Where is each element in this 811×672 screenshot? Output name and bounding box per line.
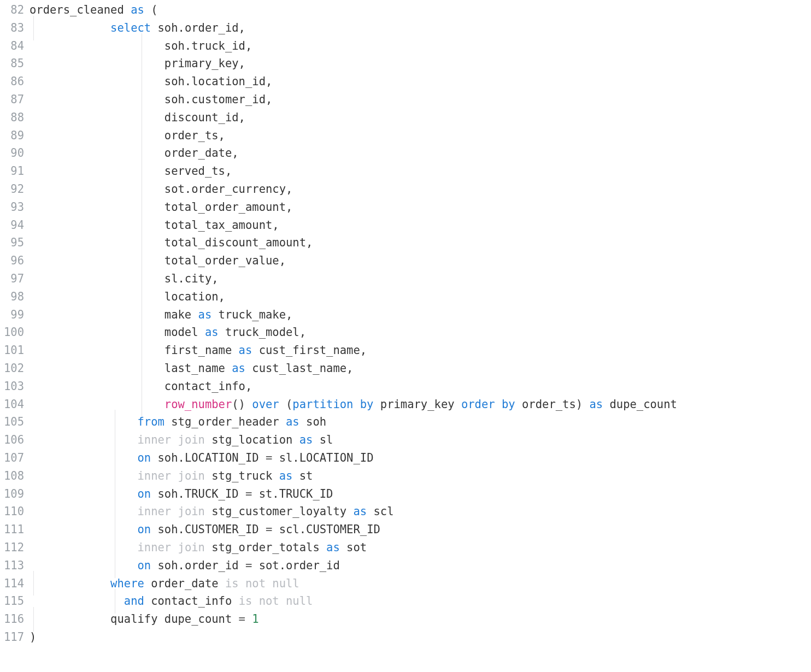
code-line[interactable]: inner join stg_order_totals as sot [30, 539, 811, 557]
code-line[interactable]: discount_id, [30, 109, 811, 127]
code-line[interactable]: ) [30, 628, 811, 646]
code-line[interactable]: orders_cleaned as ( [30, 1, 811, 19]
code-line[interactable]: qualify dupe_count = 1 [30, 610, 811, 628]
indent [30, 19, 110, 37]
token: sot.order_currency, [164, 182, 293, 196]
indent [30, 127, 164, 145]
token: sot [340, 541, 367, 554]
code-line[interactable]: model as truck_model, [30, 323, 811, 341]
code-line[interactable]: on soh.LOCATION_ID = sl.LOCATION_ID [30, 449, 811, 467]
code-line[interactable]: on soh.CUSTOMER_ID = scl.CUSTOMER_ID [30, 521, 811, 539]
token: discount_id, [164, 111, 245, 124]
token: dupe_count [603, 398, 677, 411]
line-number: 116 [0, 610, 24, 628]
code-line[interactable]: make as truck_make, [30, 306, 811, 324]
line-number: 96 [0, 252, 24, 270]
token: is not null [225, 577, 299, 590]
indent [30, 449, 137, 467]
token: as [589, 398, 603, 411]
line-number: 110 [0, 503, 24, 521]
code-line[interactable]: first_name as cust_first_name, [30, 341, 811, 359]
code-line[interactable]: total_order_value, [30, 252, 811, 270]
token: soh.order_id [151, 559, 245, 572]
token: from [137, 415, 164, 428]
code-line[interactable]: order_date, [30, 144, 811, 162]
indent [30, 467, 137, 485]
code-line[interactable]: primary_key, [30, 55, 811, 73]
code-line[interactable]: row_number() over (partition by primary_… [30, 396, 811, 414]
indent [30, 144, 164, 162]
token: truck_make, [211, 308, 292, 321]
code-line[interactable]: inner join stg_location as sl [30, 431, 811, 449]
line-number: 88 [0, 109, 24, 127]
line-number: 101 [0, 341, 24, 359]
token: contact_info, [164, 380, 252, 393]
code-line[interactable]: on soh.order_id = sot.order_id [30, 557, 811, 575]
token: total_tax_amount, [164, 219, 279, 232]
code-line[interactable]: from stg_order_header as soh [30, 413, 811, 431]
line-number: 99 [0, 306, 24, 324]
token: on [137, 559, 151, 572]
token: location, [164, 290, 225, 303]
token: inner join [137, 505, 204, 518]
line-number: 113 [0, 557, 24, 575]
code-line[interactable]: location, [30, 288, 811, 306]
token: as [299, 433, 313, 446]
code-line[interactable]: soh.customer_id, [30, 91, 811, 109]
token: and [124, 594, 144, 608]
code-line[interactable]: inner join stg_truck as st [30, 467, 811, 485]
line-number: 115 [0, 592, 24, 610]
token: model [164, 326, 205, 339]
indent [30, 341, 164, 359]
indent [30, 359, 164, 378]
token: total_order_amount, [164, 201, 293, 214]
indent [30, 503, 137, 521]
token: last_name [164, 362, 232, 375]
indent [30, 521, 137, 539]
indent [30, 610, 110, 628]
code-content[interactable]: orders_cleaned as ( select soh.order_id,… [30, 1, 811, 646]
token: is not null [239, 594, 313, 608]
code-line[interactable]: inner join stg_customer_loyalty as scl [30, 503, 811, 521]
token: soh.order_id, [151, 21, 245, 34]
token: make [164, 308, 198, 321]
indent [30, 270, 164, 288]
code-line[interactable]: sl.city, [30, 270, 811, 288]
token: over [252, 398, 279, 411]
token: sl.city, [164, 272, 219, 285]
code-line[interactable]: total_order_amount, [30, 198, 811, 216]
line-number: 104 [0, 396, 24, 414]
code-line[interactable]: where order_date is not null [30, 575, 811, 593]
token: primary_key, [164, 57, 245, 70]
indent [30, 234, 164, 252]
token: on [137, 523, 151, 536]
code-line[interactable]: last_name as cust_last_name, [30, 359, 811, 378]
indent [30, 306, 164, 324]
code-line[interactable]: total_discount_amount, [30, 234, 811, 252]
code-line[interactable]: soh.truck_id, [30, 37, 811, 55]
token: as [279, 469, 293, 482]
code-line[interactable]: soh.location_id, [30, 73, 811, 91]
token: total_discount_amount, [164, 236, 313, 249]
line-number: 85 [0, 55, 24, 73]
code-line[interactable]: served_ts, [30, 162, 811, 180]
code-line[interactable]: on soh.TRUCK_ID = st.TRUCK_ID [30, 485, 811, 503]
token: order_ts, [164, 129, 225, 142]
token: sl [313, 433, 333, 446]
code-line[interactable]: contact_info, [30, 378, 811, 396]
code-editor[interactable]: 8283848586878889909192939495969798991001… [0, 0, 811, 650]
token: sot.order_id [252, 559, 339, 572]
line-number: 106 [0, 431, 24, 449]
token: inner join [137, 541, 204, 554]
line-number: 105 [0, 413, 24, 431]
code-line[interactable]: sot.order_currency, [30, 180, 811, 198]
token: order_date, [164, 146, 239, 160]
token: scl [367, 505, 393, 518]
code-line[interactable]: total_tax_amount, [30, 216, 811, 234]
token: partition by [292, 398, 373, 411]
line-number: 83 [0, 19, 24, 37]
code-line[interactable]: order_ts, [30, 127, 811, 145]
code-line[interactable]: and contact_info is not null [30, 592, 811, 610]
code-line[interactable]: select soh.order_id, [30, 19, 811, 37]
token: ( [279, 398, 293, 411]
